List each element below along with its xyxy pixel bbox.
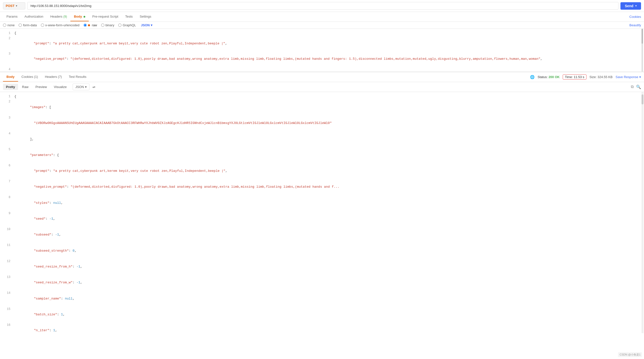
method-select[interactable]: POST ▾ [3,2,25,10]
json-format-select[interactable]: JSON ▾ [141,23,152,27]
response-scrollbar[interactable] [642,92,644,333]
option-binary[interactable]: binary [101,23,114,27]
resp-line-4: 4 ], [0,131,644,147]
top-bar: POST ▾ Send ▾ [0,0,644,12]
request-code-editor[interactable]: 1 { 2 "prompt": "a pretty cat,cyberpunk … [0,29,644,72]
tab-prerequest[interactable]: Pre-request Script [89,12,122,21]
search-icon[interactable]: 🔍 [636,84,641,89]
resp-line-3: 3 "iVBORw0KGgoAAAANSUhEUgAAAGAAAAIACAIAA… [0,115,644,131]
option-form-data[interactable]: form-data [18,23,37,27]
method-text: POST [6,4,14,8]
response-right-icons: ⧉ 🔍 [631,84,641,89]
resp-line-7: 7 "negative_prompt": "(deformed,distorte… [0,179,644,195]
status-value: 200 OK [548,75,560,79]
resp-line-2: 2 "images": [ [0,99,644,115]
response-scrollbar-thumb [642,94,644,104]
tab-settings[interactable]: Settings [136,12,155,21]
resp-line-10: 10 "subseed": -1, [0,227,644,243]
fmt-btn-preview[interactable]: Preview [32,84,50,90]
resp-line-13: 13 "seed_resize_from_w": -1, [0,275,644,290]
copy-icon[interactable]: ⧉ [631,84,634,89]
send-button[interactable]: Send ▾ [620,2,641,10]
response-code-editor[interactable]: 1 { 2 "images": [ 3 "iVBORw0KGgoAAAANSUh… [0,92,644,333]
editor-scrollbar[interactable] [642,29,643,72]
beautify-button[interactable]: Beautify [629,23,641,27]
req-line-1: 1 { [0,31,644,36]
option-urlencoded[interactable]: x-www-form-urlencoded [41,23,80,27]
response-format-chevron-icon: ▾ [85,85,87,89]
response-status-area: 🌐 Status: 200 OK Time: 11.53 s Size: 324… [530,74,641,80]
resp-line-8: 8 "styles": null, [0,195,644,211]
req-line-4: 4 "Steps": 50, [0,67,644,72]
response-tab-cookies[interactable]: Cookies (1) [18,72,42,82]
resp-line-5: 5 "parameters": { [0,147,644,163]
size-text: Size: 324.55 KB [590,75,612,79]
option-none[interactable]: none [3,23,15,27]
resp-line-16: 16 "n_iter": 1, [0,322,644,333]
resp-line-15: 15 "batch_size": 1, [0,307,644,322]
request-tabs-bar: Params Authorization Headers (9) Body Pr… [0,12,644,22]
resp-line-1: 1 { [0,94,644,99]
resp-line-12: 12 "seed_resize_from_h": -1, [0,259,644,275]
status-text: Status: 200 OK [538,75,560,79]
send-chevron-icon: ▾ [635,4,636,7]
response-tab-test-results[interactable]: Test Results [66,72,90,82]
tab-tests[interactable]: Tests [122,12,136,21]
req-line-2: 2 "prompt": "a pretty cat,cyberpunk art,… [0,36,644,51]
resp-line-11: 11 "subseed_strength": 0, [0,243,644,258]
option-graphql[interactable]: GraphQL [118,23,136,27]
editor-scrollbar-thumb [642,29,643,44]
fmt-btn-raw[interactable]: Raw [19,84,32,90]
resp-line-14: 14 "sampler_name": null, [0,290,644,306]
fmt-btn-visualize[interactable]: Visualize [51,84,70,90]
raw-dot [88,24,90,26]
response-format-bar: Pretty Raw Preview Visualize JSON ▾ ⇌ ⧉ … [0,82,644,92]
send-label: Send [625,4,633,8]
option-raw[interactable]: raw [84,23,97,27]
response-tabs-bar: Body Cookies (1) Headers (7) Test Result… [0,72,644,82]
watermark: CSDN @小鱼是1 [618,352,642,357]
tab-params[interactable]: Params [3,12,21,21]
response-format-select[interactable]: JSON ▾ [73,84,90,90]
resp-line-6: 6 "prompt": "a pretty cat,cyberpunk art,… [0,163,644,179]
json-chevron-icon: ▾ [151,23,152,27]
fmt-btn-pretty[interactable]: Pretty [3,84,18,90]
save-response-chevron-icon: ▾ [639,75,641,79]
wrap-icon[interactable]: ⇌ [92,85,96,89]
save-response-button[interactable]: Save Response ▾ [616,75,641,79]
globe-icon: 🌐 [530,75,535,79]
response-tab-headers[interactable]: Headers (7) [42,72,66,82]
response-tab-body[interactable]: Body [3,72,18,82]
req-line-3: 3 "negative_prompt": "(deformed,distorte… [0,51,644,67]
tab-headers[interactable]: Headers (9) [47,12,70,21]
tab-body[interactable]: Body [70,12,89,21]
tab-authorization[interactable]: Authorization [21,12,47,21]
body-dot [84,16,85,18]
body-options-bar: none form-data x-www-form-urlencoded raw… [0,22,644,29]
method-chevron-icon: ▾ [16,4,17,7]
resp-line-9: 9 "seed": -1, [0,211,644,227]
url-input[interactable] [27,2,618,10]
cookies-link[interactable]: Cookies [629,15,641,18]
time-badge: Time: 11.53 s [563,74,586,80]
